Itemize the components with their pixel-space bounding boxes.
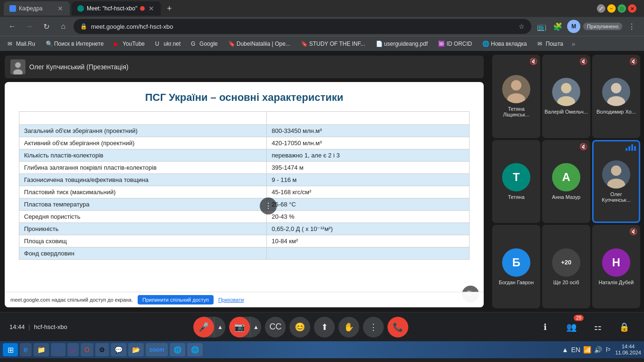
bookmark-google[interactable]: G Google — [187, 40, 222, 48]
tab-meet[interactable]: Meet: "hcf-hsct-xbo" ✕ — [72, 1, 161, 16]
taskbar-item-ie[interactable]: e — [20, 343, 32, 356]
bookmark-poshta[interactable]: ✉ Пошта — [534, 40, 567, 48]
bookmark-study[interactable]: 🔖 STUDY OF THE INF... — [297, 40, 369, 48]
bookmark-icon-6: 🔖 — [301, 41, 307, 47]
expand-btn[interactable]: ⤢ — [597, 4, 605, 13]
bookmark-icon-5: 🔖 — [228, 41, 235, 47]
taskbar-item-explorer[interactable]: 📁 — [33, 343, 49, 356]
search-icon: 🔍 — [46, 41, 52, 47]
participant-tile-anna[interactable]: 🔇 А Анна Мазур — [542, 140, 590, 223]
participant-tile-volodymyr[interactable]: 🔇 Володимир Хо... — [592, 55, 640, 138]
bookmark-mail[interactable]: ✉ Mail.Ru — [4, 40, 39, 48]
captions-button[interactable]: CC — [265, 317, 286, 337]
mic-chevron[interactable]: ▲ — [214, 317, 225, 337]
participant-tile-oleg[interactable]: Олег Купчинськ... — [592, 140, 640, 223]
raise-hand-button[interactable]: ✋ — [339, 317, 359, 337]
bookmark-label: STUDY OF THE INF... — [309, 41, 365, 47]
taskbar-item-viber[interactable]: 💬 — [111, 343, 126, 356]
participant-avatar: Б — [502, 248, 530, 277]
bookmark-orcid[interactable]: 🆔 ID ORCID — [434, 40, 476, 48]
end-call-button[interactable]: 📞 — [388, 317, 408, 337]
participants-button[interactable]: 👥 29 — [561, 317, 582, 337]
url-bar[interactable]: 🔒 meet.google.com/hcf-hsct-xbo ☆ — [74, 19, 531, 34]
mail-icon: ✉ — [8, 41, 14, 47]
participant-tile-more[interactable]: +20 Ще 20 осіб — [542, 225, 590, 308]
menu-icon[interactable]: ⋮ — [625, 20, 638, 33]
bookmark-ukrnet[interactable]: U ukr.net — [151, 40, 184, 48]
info-button[interactable]: ℹ — [535, 317, 555, 337]
minimize-button[interactable]: − — [607, 4, 616, 13]
emoji-button[interactable]: 😊 — [289, 317, 310, 337]
more-options-button[interactable]: ⋮ — [363, 317, 384, 337]
table-row: Активний об'єм зберігання (проектний) 42… — [19, 137, 470, 149]
forward-button[interactable]: → — [23, 20, 36, 33]
taskbar-item-settings[interactable]: ⚙ — [95, 343, 109, 356]
table-row: Площа сховищ 10-84 км² — [19, 235, 470, 247]
notification-text: meet.google.com надає спільний доступ до… — [10, 297, 133, 303]
participant-tile-valeriy[interactable]: 🔇 Валерій Омельч... — [542, 55, 590, 138]
taskbar-item-chrome[interactable]: 🌐 — [170, 343, 185, 356]
table-row: Проникність 0,65-2,0 Д ( х 10⁻¹²м²) — [19, 223, 470, 235]
poshta-icon: ✉ — [537, 41, 544, 47]
participant-tile-tetiana-lishchynska[interactable]: 🔇 Тетяна Ліщинськ... — [492, 55, 540, 138]
table-row: Середня пористість 20-43 % — [19, 211, 470, 223]
bookmark-dubei[interactable]: 🔖 DubeiNataliia | Ope... — [224, 40, 294, 48]
back-button[interactable]: ← — [6, 20, 19, 33]
taskbar-item-files[interactable]: 📂 — [128, 343, 144, 356]
taskbar-item-chrome2[interactable]: 🌐 — [187, 343, 203, 356]
bookmark-label: DubeiNataliia | Ope... — [237, 41, 290, 47]
participant-tile-bogdan[interactable]: Б Богдан Гаврон — [492, 225, 540, 308]
volume-icon[interactable]: 🔊 — [594, 346, 602, 354]
home-button[interactable]: ⌂ — [57, 20, 70, 33]
taskbar-item-opera[interactable]: O — [81, 343, 93, 356]
bookmark-label: Mail.Ru — [16, 41, 35, 47]
tab-close-kafedra[interactable]: ✕ — [57, 5, 64, 12]
tab-favicon-meet — [77, 5, 84, 12]
taskbar-item-zoom[interactable]: zoom — [146, 343, 168, 356]
up-arrow-icon[interactable]: ▲ — [562, 346, 569, 354]
start-button[interactable]: ⊞ — [3, 343, 18, 356]
mic-group: 🎤 ▲ — [193, 317, 225, 337]
tab-kafedra[interactable]: Кафедра ✕ — [4, 1, 70, 16]
slide-container: ПСГ України – основні характеристики Кіл… — [5, 82, 484, 307]
bookmark-label: Нова вкладка — [491, 41, 527, 47]
participant-tile-natalia[interactable]: 🔇 Н Наталія Дубей — [592, 225, 640, 308]
mute-icon: 🔇 — [629, 228, 637, 235]
extensions-icon[interactable]: 🧩 — [551, 20, 564, 33]
bookmark-new-tab[interactable]: 🌐 Нова вкладка — [479, 40, 530, 48]
new-tab-button[interactable]: + — [163, 2, 176, 15]
window-controls: ⤢ − □ ✕ — [597, 4, 640, 13]
tab-label-meet: Meet: "hcf-hsct-xbo" — [87, 5, 137, 12]
toggle-camera-button[interactable]: 📷 — [229, 317, 250, 337]
hide-notification-link[interactable]: Приховати — [218, 297, 244, 303]
bookmark-youtube[interactable]: ▶ YouTube — [110, 40, 149, 48]
stop-sharing-button[interactable]: Припинити спільний доступ — [138, 295, 214, 304]
bookmark-search[interactable]: 🔍 Поиск в Интернете — [42, 40, 107, 48]
close-button[interactable]: ✕ — [628, 4, 636, 13]
share-screen-button[interactable]: ⬆ — [314, 317, 335, 337]
tab-close-meet[interactable]: ✕ — [148, 5, 155, 12]
bookmark-label: ID ORCID — [446, 41, 472, 47]
tab-favicon — [9, 5, 16, 12]
more-bookmarks-icon[interactable]: » — [571, 40, 575, 48]
url-actions: 📺 🧩 M Призупинено ⋮ — [535, 20, 638, 33]
mute-icon: 🔇 — [579, 58, 587, 65]
table-row: Пластова температура 25-68 °С — [19, 198, 470, 211]
taskbar-item-word[interactable]: W — [51, 343, 66, 356]
files-icon: 📂 — [132, 346, 140, 354]
cast-icon[interactable]: 📺 — [535, 20, 548, 33]
bookmark-star-icon[interactable]: ☆ — [519, 23, 525, 30]
google-icon: G — [191, 41, 198, 47]
camera-chevron[interactable]: ▲ — [250, 317, 261, 337]
slide-more-button[interactable]: ⋮ — [260, 197, 277, 214]
bookmark-guide[interactable]: 📄 userguideang.pdf — [372, 40, 432, 48]
maximize-button[interactable]: □ — [618, 4, 626, 13]
mute-mic-button[interactable]: 🎤 — [193, 317, 214, 337]
taskbar-item-utorrent[interactable]: μ — [67, 343, 79, 356]
profile-button[interactable]: M — [567, 20, 580, 33]
lock-meeting-button[interactable]: 🔒 — [614, 317, 635, 337]
activities-button[interactable]: ⚏ — [587, 317, 608, 337]
participant-tile-tetiana[interactable]: Т Тетяна — [492, 140, 540, 223]
chrome2-icon: 🌐 — [191, 346, 199, 354]
reload-button[interactable]: ↻ — [40, 20, 53, 33]
